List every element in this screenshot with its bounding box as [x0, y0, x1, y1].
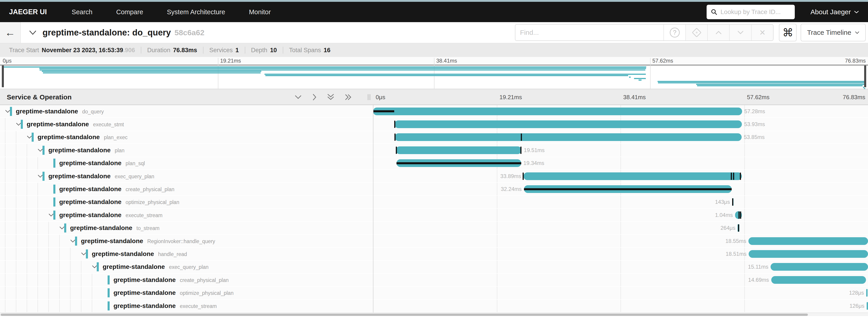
span-bar[interactable] — [748, 237, 868, 245]
span-collapse-chevron[interactable] — [81, 252, 86, 256]
span-collapse-chevron[interactable] — [59, 226, 65, 230]
collapse-one-button[interactable] — [294, 94, 302, 101]
nav-item-compare[interactable]: Compare — [116, 8, 143, 16]
span-bar[interactable] — [396, 147, 522, 154]
collapse-all-button[interactable] — [327, 94, 335, 101]
span-color-indicator — [32, 133, 34, 142]
span-collapse-chevron[interactable] — [92, 265, 97, 269]
span-bar[interactable] — [771, 276, 866, 284]
span-service-name[interactable]: greptime-standalonehandle_read — [92, 250, 187, 258]
span-service-name[interactable]: greptime-standaloneplan_exec — [37, 133, 127, 141]
span-collapse-chevron[interactable] — [37, 174, 43, 178]
indent-guide — [5, 209, 5, 221]
app-brand[interactable]: JAEGER UI — [9, 8, 47, 16]
span-collapse-chevron[interactable] — [27, 136, 32, 139]
indent-guide — [27, 235, 27, 247]
span-service-name[interactable]: greptime-standaloneexecute_stream — [114, 302, 217, 310]
nav-item-monitor[interactable]: Monitor — [249, 8, 271, 16]
span-service-name[interactable]: greptime-standaloneoptimize_physical_pla… — [59, 198, 179, 205]
indent-guide — [37, 209, 38, 221]
span-row-do-query: greptime-standalonedo_query57.28ms — [0, 105, 868, 118]
span-service-name[interactable]: greptime-standaloneexecute_stream — [59, 212, 162, 219]
span-collapse-chevron[interactable] — [37, 149, 43, 152]
view-selector-button[interactable]: Trace Timeline — [801, 24, 866, 41]
span-collapse-chevron[interactable] — [5, 109, 10, 113]
viewport-handle-left[interactable] — [2, 66, 4, 87]
chevron-down-icon — [737, 31, 744, 35]
indent-guide — [59, 261, 60, 273]
span-collapse-chevron[interactable] — [49, 213, 54, 217]
nav-item-search[interactable]: Search — [72, 8, 92, 16]
span-service-name[interactable]: greptime-standaloneexec_query_plan — [103, 263, 209, 270]
close-icon: ✕ — [759, 28, 766, 37]
span-bar[interactable] — [749, 250, 868, 258]
nav-item-system-architecture[interactable]: System Architecture — [167, 8, 225, 16]
focus-span-button[interactable] — [685, 25, 707, 40]
find-help-button[interactable]: ? — [663, 25, 685, 40]
span-color-indicator — [42, 146, 44, 155]
search-icon — [711, 8, 717, 15]
back-button[interactable]: ← — [0, 22, 21, 43]
top-nav: JAEGER UI SearchCompareSystem Architectu… — [0, 0, 868, 22]
span-operation-name: optimize_physical_plan — [180, 290, 234, 296]
about-jaeger-menu[interactable]: About Jaeger — [811, 8, 859, 16]
span-collapse-chevron[interactable] — [70, 239, 75, 242]
indent-guide — [59, 235, 60, 247]
column-resize-grip[interactable] — [368, 94, 370, 100]
span-bar[interactable] — [397, 159, 521, 167]
span-service-name[interactable]: greptime-standaloneexec_query_plan — [49, 173, 154, 180]
span-duration-label: 18.55ms — [725, 238, 746, 244]
span-operation-name: execute_stmt — [93, 122, 124, 127]
span-service-name[interactable]: greptime-standaloneplan_sql — [59, 160, 145, 167]
span-bar[interactable] — [524, 172, 742, 180]
timeline-tick-label: 0μs — [376, 94, 385, 101]
meta-value-suffix: .906 — [123, 47, 135, 54]
span-service-name[interactable]: greptime-standaloneto_stream — [70, 224, 160, 232]
span-collapse-chevron[interactable] — [16, 123, 21, 126]
span-timeline-cell: 19.34ms — [373, 157, 868, 169]
meta-value-total-spans: 16 — [324, 47, 331, 54]
chevron-down-icon — [854, 10, 859, 13]
span-service-name[interactable]: greptime-standalonecreate_physical_plan — [114, 276, 228, 284]
span-bar[interactable] — [373, 107, 742, 115]
span-color-indicator — [107, 301, 110, 311]
find-input[interactable] — [515, 25, 663, 40]
find-control-group: ? ✕ — [515, 24, 774, 41]
expand-one-button[interactable] — [312, 94, 317, 101]
keyboard-shortcuts-button[interactable]: ⌘ — [779, 24, 797, 41]
minimap-span-bar — [2, 66, 646, 68]
span-service-name[interactable]: greptime-standaloneoptimize_physical_pla… — [114, 289, 234, 296]
find-next-button[interactable] — [729, 25, 751, 40]
indent-guide — [16, 261, 16, 273]
indent-guide — [49, 261, 49, 273]
name-column-divider[interactable] — [373, 105, 373, 313]
find-prev-button[interactable] — [707, 25, 729, 40]
scrollbar-thumb[interactable] — [1, 314, 808, 316]
span-service-name[interactable]: greptime-standalonecreate_physical_plan — [59, 186, 174, 193]
viewport-handle-right[interactable] — [864, 66, 866, 87]
chevron-up-icon — [715, 31, 722, 35]
trace-lookup-box[interactable] — [707, 5, 795, 19]
indent-guide — [59, 273, 60, 286]
span-service-name[interactable]: greptime-standaloneplan — [49, 147, 125, 154]
trace-lookup-input[interactable] — [721, 8, 788, 15]
span-service-name[interactable]: greptime-standalonedo_query — [16, 108, 104, 115]
horizontal-scrollbar[interactable] — [0, 313, 868, 316]
trace-collapse-toggle[interactable] — [29, 30, 37, 35]
trace-header-bar: ← greptime-standalone: do_query 58c6a62 … — [0, 22, 868, 43]
span-service-name[interactable]: greptime-standaloneexecute_stmt — [27, 121, 124, 128]
span-bar[interactable] — [867, 302, 868, 310]
span-bar[interactable] — [395, 133, 742, 141]
expand-all-button[interactable] — [344, 94, 352, 101]
find-clear-button[interactable]: ✕ — [751, 25, 773, 40]
span-bar[interactable] — [524, 185, 732, 193]
span-bar[interactable] — [771, 263, 868, 271]
span-log-marker — [521, 133, 522, 141]
span-service-name[interactable]: greptime-standaloneRegionInvoker::handle… — [81, 237, 215, 245]
minimap-canvas[interactable] — [0, 65, 868, 89]
indent-guide — [5, 131, 5, 143]
trace-minimap[interactable]: 0μs19.21ms38.41ms57.62ms76.83ms — [0, 57, 868, 89]
span-bar[interactable] — [395, 121, 742, 128]
span-bar[interactable] — [866, 289, 868, 297]
minimap-tick-label: 19.21ms — [220, 58, 241, 64]
